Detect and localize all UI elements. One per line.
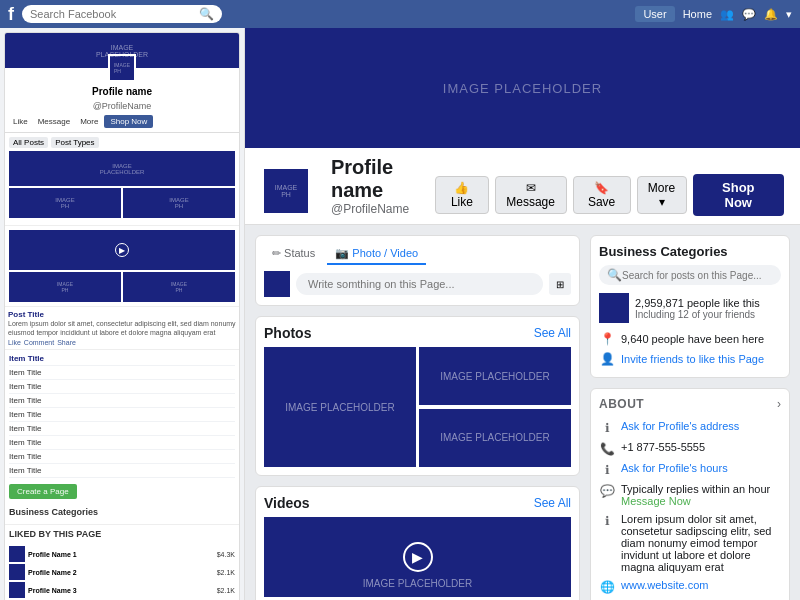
mini-video-placeholder: ▶ — [9, 230, 235, 270]
about-phone: 📞 +1 877-555-5555 — [599, 438, 781, 459]
location-icon: 📍 — [599, 332, 615, 346]
mini-profile-name: Profile name — [5, 86, 239, 101]
search-bar[interactable]: 🔍 — [22, 5, 222, 23]
mini-biz-title: Business Categories — [9, 507, 235, 517]
composer-input[interactable] — [296, 273, 543, 295]
liked-by-title: LIKED BY THIS PAGE — [9, 527, 235, 543]
likes-count: 2,959,871 people like this — [635, 297, 760, 309]
filter-all-posts[interactable]: All Posts — [9, 137, 48, 148]
about-lorem-text: Lorem ipsum dolor sit amet, consetetur s… — [621, 513, 781, 573]
mini-nav-item-2[interactable]: Item Title — [9, 366, 235, 380]
mini-nav-item-3[interactable]: Item Title — [9, 380, 235, 394]
mini-shop-now-button[interactable]: Shop Now — [104, 115, 153, 128]
phone-number: +1 877-555-5555 — [621, 441, 705, 453]
mini-tab-message[interactable]: Message — [34, 115, 74, 128]
ask-address-link[interactable]: Ask for Profile's address — [621, 420, 739, 432]
left-sidebar: IMAGEPLACEHOLDER IMAGEPH Profile name @P… — [0, 28, 245, 600]
nav-right: User Home 👥 💬 🔔 ▾ — [635, 6, 792, 22]
content-columns: ✏ Status 📷 Photo / Video ⊞ Photos See Al… — [245, 225, 800, 600]
about-address: ℹ Ask for Profile's address — [599, 417, 781, 438]
mini-post-grid: IMAGEPLACEHOLDER IMAGEPH IMAGEPH — [9, 151, 235, 218]
shop-now-button[interactable]: Shop Now — [693, 174, 784, 216]
mini-nav-item-5[interactable]: Item Title — [9, 408, 235, 422]
invite-friends-text[interactable]: Invite friends to like this Page — [621, 353, 764, 365]
mini-post-text: Lorem ipsum dolor sit amet, consectetur … — [8, 319, 236, 337]
mini-nav-item-1[interactable]: Item Title — [9, 352, 235, 366]
photos-see-all[interactable]: See All — [534, 326, 571, 340]
profile-name-large: Profile name — [331, 156, 435, 202]
been-here-row: 📍 9,640 people have been here — [599, 329, 781, 349]
create-page-button[interactable]: Create a Page — [9, 484, 77, 499]
composer-tab-photo[interactable]: 📷 Photo / Video — [327, 244, 426, 265]
mini-post-image-2: IMAGEPH — [123, 188, 235, 218]
about-chevron-icon[interactable]: › — [777, 397, 781, 411]
hours-icon: ℹ — [599, 463, 615, 477]
profile-cover: IMAGE PLACEHOLDER — [245, 28, 800, 148]
search-input[interactable] — [30, 8, 199, 20]
info-icon: ℹ — [599, 514, 615, 528]
settings-icon: ▾ — [786, 8, 792, 21]
play-button[interactable]: ▶ — [403, 542, 433, 572]
mini-tab-like[interactable]: Like — [9, 115, 32, 128]
about-reply: 💬 Typically replies within an hour Messa… — [599, 480, 781, 510]
top-navigation: f 🔍 User Home 👥 💬 🔔 ▾ — [0, 0, 800, 28]
mini-profile-row-2: Profile Name 2 $2.1K — [9, 564, 235, 580]
about-hours: ℹ Ask for Profile's hours — [599, 459, 781, 480]
biz-search[interactable]: 🔍 — [599, 265, 781, 285]
like-button[interactable]: 👍 Like — [435, 176, 488, 214]
message-button[interactable]: ✉ Message — [495, 176, 567, 214]
mini-profile-pic-2 — [9, 564, 25, 580]
composer-input-row: ⊞ — [264, 271, 571, 297]
website-link[interactable]: www.website.com — [621, 579, 708, 591]
mini-post-image-full: IMAGEPLACEHOLDER — [9, 151, 235, 186]
cover-placeholder-text: IMAGE PLACEHOLDER — [443, 81, 602, 96]
more-button[interactable]: More ▾ — [637, 176, 687, 214]
mini-play-button[interactable]: ▶ — [115, 243, 129, 257]
profile-name-section: Profile name @ProfileName — [321, 156, 435, 216]
about-title: ABOUT — [599, 397, 644, 411]
composer-tab-status[interactable]: ✏ Status — [264, 244, 323, 265]
mini-tab-more[interactable]: More — [76, 115, 102, 128]
photos-grid: IMAGE PLACEHOLDER IMAGE PLACEHOLDER IMAG… — [264, 347, 571, 467]
likes-sub: Including 12 of your friends — [635, 309, 760, 320]
mini-share-action[interactable]: Share — [57, 339, 76, 346]
videos-see-all[interactable]: See All — [534, 496, 571, 510]
profile-info-bar: IMAGEPH Profile name @ProfileName 👍 Like… — [245, 148, 800, 225]
profile-avatar: IMAGEPH — [261, 166, 311, 216]
mini-nav-item-4[interactable]: Item Title — [9, 394, 235, 408]
search-icon: 🔍 — [199, 7, 214, 21]
likes-avatar — [599, 293, 629, 323]
biz-search-input[interactable] — [622, 270, 773, 281]
mini-nav-item-8[interactable]: Item Title — [9, 450, 235, 464]
mini-profile-name-3: Profile Name 3 — [28, 587, 217, 594]
user-button[interactable]: User — [635, 6, 674, 22]
grid-icon[interactable]: ⊞ — [549, 273, 571, 295]
post-composer: ✏ Status 📷 Photo / Video ⊞ — [255, 235, 580, 306]
home-link[interactable]: Home — [683, 8, 712, 20]
invite-icon: 👤 — [599, 352, 615, 366]
mini-nav-item-9[interactable]: Item Title — [9, 464, 235, 478]
mini-thumb-1: IMAGEPH — [9, 272, 121, 302]
invite-friends-row[interactable]: 👤 Invite friends to like this Page — [599, 349, 781, 369]
mini-avatar: IMAGEPH — [108, 54, 136, 82]
mini-nav-item-7[interactable]: Item Title — [9, 436, 235, 450]
message-now-link[interactable]: Message Now — [621, 495, 770, 507]
mini-like-action[interactable]: Like — [8, 339, 21, 346]
videos-title: Videos — [264, 495, 310, 511]
photo-placeholder-large: IMAGE PLACEHOLDER — [285, 402, 394, 413]
mini-biz-section: Business Categories — [5, 503, 239, 525]
photos-section: Photos See All IMAGE PLACEHOLDER IMAGE P… — [255, 316, 580, 476]
mini-profiles-list: LIKED BY THIS PAGE Profile Name 1 $4.3K … — [5, 525, 239, 600]
about-card: ABOUT › ℹ Ask for Profile's address 📞 +1… — [590, 388, 790, 600]
mini-profile-card: IMAGEPLACEHOLDER IMAGEPH Profile name @P… — [4, 32, 240, 600]
photo-cell-small-1: IMAGE PLACEHOLDER — [419, 347, 571, 405]
reply-info: Typically replies within an hour Message… — [621, 483, 770, 507]
about-lorem: ℹ Lorem ipsum dolor sit amet, consetetur… — [599, 510, 781, 576]
ask-hours-link[interactable]: Ask for Profile's hours — [621, 462, 728, 474]
right-column: Business Categories 🔍 2,959,871 people l… — [590, 235, 790, 600]
mini-comment-action[interactable]: Comment — [24, 339, 54, 346]
filter-post-types[interactable]: Post Types — [51, 137, 98, 148]
save-button[interactable]: 🔖 Save — [573, 176, 631, 214]
globe-icon: 🌐 — [599, 580, 615, 594]
mini-nav-item-6[interactable]: Item Title — [9, 422, 235, 436]
